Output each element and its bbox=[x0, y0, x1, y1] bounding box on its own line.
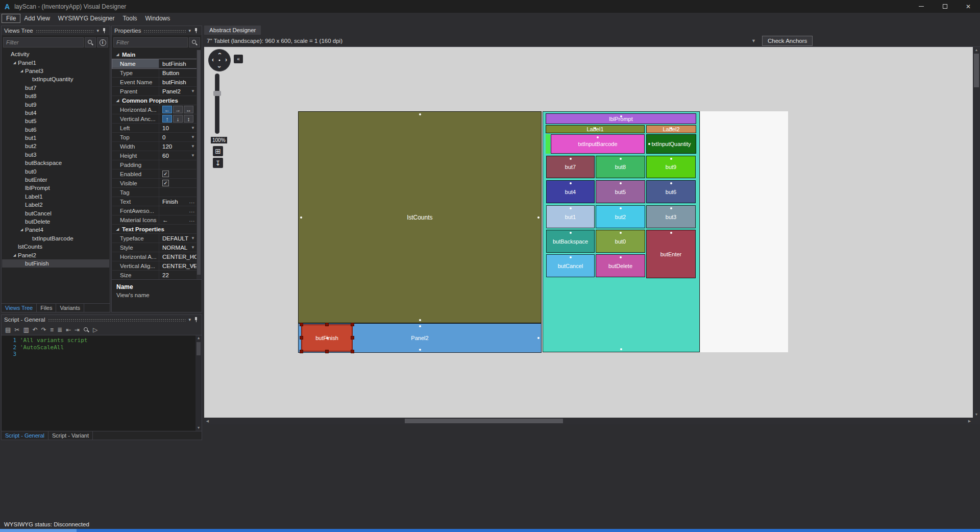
canvas-horizontal-scrollbar[interactable]: ◀ ▶ bbox=[204, 418, 980, 424]
undo-icon[interactable]: ↶ bbox=[33, 327, 38, 333]
tree-item-butEnter[interactable]: butEnter bbox=[2, 176, 109, 184]
design-view-but9[interactable]: but9 bbox=[646, 156, 696, 178]
tree-item-Panel4[interactable]: ◢Panel4 bbox=[2, 226, 109, 234]
prop-label-horizontal-a[interactable]: Horizontal A... bbox=[112, 105, 159, 114]
tree-item-but9[interactable]: but9 bbox=[2, 100, 109, 108]
chevron-down-icon[interactable]: ▼ bbox=[191, 236, 195, 240]
design-view-but6[interactable]: but6 bbox=[646, 180, 696, 203]
pin-icon[interactable] bbox=[102, 28, 107, 34]
views-tab-variants[interactable]: Variants bbox=[56, 304, 84, 312]
design-view-butFinish[interactable]: butFinish bbox=[301, 324, 353, 352]
prop-value-size[interactable]: 22 bbox=[159, 271, 197, 279]
expand-arrow-icon[interactable]: ◢ bbox=[11, 253, 18, 257]
design-view-Label2[interactable]: Label2 bbox=[646, 125, 696, 133]
prop-value-horizontal-a[interactable]: CENTER_HORI▼ bbox=[159, 252, 197, 261]
resize-handle-bl[interactable] bbox=[300, 350, 303, 353]
expand-arrow-icon[interactable]: ◢ bbox=[18, 69, 25, 73]
chevron-down-icon[interactable]: ▼ bbox=[191, 153, 195, 158]
collapse-arrow-icon[interactable]: ◢ bbox=[114, 227, 121, 231]
design-view-txtInputQuantity[interactable]: txtInputQuantity bbox=[646, 134, 696, 154]
script-tab-script-general[interactable]: Script - General bbox=[2, 431, 48, 440]
collapse-arrow-icon[interactable]: ◢ bbox=[114, 99, 121, 103]
indent-icon[interactable]: ⇥ bbox=[75, 327, 80, 333]
scroll-up-icon[interactable]: ▲ bbox=[973, 47, 980, 53]
export-button[interactable]: ↧ bbox=[213, 158, 223, 168]
tree-item-but5[interactable]: but5 bbox=[2, 117, 109, 125]
zoom-slider[interactable] bbox=[215, 74, 219, 134]
props-section-text-properties[interactable]: ◢Text Properties bbox=[112, 225, 197, 234]
scrollbar-handle[interactable] bbox=[405, 419, 563, 423]
resize-handle-l[interactable] bbox=[300, 336, 303, 340]
find-icon[interactable] bbox=[83, 327, 89, 333]
design-view-but1[interactable]: but1 bbox=[546, 205, 595, 228]
paste-icon[interactable]: ▥ bbox=[23, 327, 29, 333]
design-view-Label1[interactable]: Label1 bbox=[546, 125, 645, 133]
drag-grip[interactable] bbox=[48, 318, 186, 322]
prop-value-left[interactable]: 10▼ bbox=[159, 124, 197, 132]
properties-filter-search-button[interactable] bbox=[189, 37, 200, 47]
design-canvas[interactable]: › › ‹ › « 100% ⊞ ↧ lstCountsPanel2lblPro… bbox=[204, 47, 973, 418]
scroll-left-icon[interactable]: ◀ bbox=[204, 418, 211, 424]
tree-item-butFinish[interactable]: butFinish bbox=[2, 259, 109, 268]
collapse-arrow-icon[interactable]: ◢ bbox=[114, 53, 121, 57]
props-section-main[interactable]: ◢Main bbox=[112, 50, 197, 59]
chevron-down-icon[interactable]: ▼ bbox=[191, 126, 195, 130]
drag-grip[interactable] bbox=[143, 29, 186, 33]
editor-scrollbar[interactable]: ▲ ▼ bbox=[195, 335, 202, 431]
prop-value-height[interactable]: 60▼ bbox=[159, 151, 197, 160]
tree-item-Label2[interactable]: Label2 bbox=[2, 201, 109, 209]
checkbox-visible[interactable]: ✓ bbox=[162, 180, 169, 186]
anchor-option-icon[interactable]: ↑ bbox=[162, 115, 172, 123]
design-view-but7[interactable]: but7 bbox=[546, 156, 595, 178]
tree-item-but1[interactable]: but1 bbox=[2, 134, 109, 142]
pane-menu-icon[interactable]: ▾ bbox=[96, 28, 99, 33]
pan-right-icon[interactable]: › bbox=[225, 57, 227, 63]
prop-label-vertical-anc[interactable]: Vertical Anc... bbox=[112, 114, 159, 123]
views-filter-input[interactable] bbox=[3, 37, 84, 47]
close-button[interactable]: ✕ bbox=[957, 0, 980, 13]
tree-item-but8[interactable]: but8 bbox=[2, 92, 109, 100]
chevron-down-icon[interactable]: ▼ bbox=[191, 254, 195, 259]
views-filter-search-button[interactable] bbox=[85, 37, 96, 47]
design-view-barcode-strip[interactable] bbox=[546, 134, 550, 154]
prop-label-material-icons[interactable]: Material Icons bbox=[112, 215, 159, 224]
tree-item-txtInputBarcode[interactable]: txtInputBarcode bbox=[2, 234, 109, 243]
anchor-option-icon[interactable]: ↓ bbox=[173, 115, 183, 123]
pane-menu-icon[interactable]: ▾ bbox=[188, 28, 191, 33]
uncomment-icon[interactable]: ≣ bbox=[57, 327, 62, 333]
scrollbar-handle[interactable] bbox=[974, 54, 979, 87]
tree-item-Activity[interactable]: Activity bbox=[2, 50, 109, 58]
prop-value-padding[interactable] bbox=[159, 160, 197, 169]
pan-control[interactable]: › › ‹ › bbox=[208, 49, 231, 71]
menu-item-wysiwyg-designer[interactable]: WYSIWYG Designer bbox=[54, 14, 119, 22]
prop-label-size[interactable]: Size bbox=[112, 271, 159, 279]
resize-handle-t[interactable] bbox=[325, 323, 329, 326]
design-view-txtInputBarcode[interactable]: txtInputBarcode bbox=[551, 134, 645, 154]
prop-value-top[interactable]: 0▼ bbox=[159, 133, 197, 141]
design-view-but5[interactable]: but5 bbox=[596, 180, 645, 203]
zoom-slider-handle[interactable] bbox=[213, 91, 221, 96]
properties-scrollbar[interactable]: ▼ bbox=[197, 50, 201, 304]
prop-value-text[interactable]: Finish... bbox=[159, 197, 197, 206]
tab-abstract-designer[interactable]: Abstract Designer bbox=[204, 26, 261, 35]
prop-label-width[interactable]: Width bbox=[112, 142, 159, 151]
tree-item-Panel2[interactable]: ◢Panel2 bbox=[2, 251, 109, 259]
prop-label-padding[interactable]: Padding bbox=[112, 160, 159, 169]
chevron-down-icon[interactable]: ▼ bbox=[191, 263, 195, 268]
prop-label-text[interactable]: Text bbox=[112, 197, 159, 206]
pan-down-icon[interactable]: › bbox=[216, 66, 223, 68]
drag-grip[interactable] bbox=[36, 29, 94, 33]
prop-value-visible[interactable]: ✓ bbox=[159, 179, 197, 187]
anchor-option-icon[interactable]: ↔ bbox=[184, 106, 193, 113]
prop-value-horizontal-a[interactable]: ←→↔ bbox=[159, 105, 197, 114]
prop-label-vertical-alig[interactable]: Vertical Alig... bbox=[112, 261, 159, 270]
tree-item-butCancel[interactable]: butCancel bbox=[2, 209, 109, 217]
prop-value-material-icons[interactable]: ←... bbox=[159, 215, 197, 224]
chevron-down-icon[interactable]: ▼ bbox=[191, 245, 195, 250]
prop-value-style[interactable]: NORMAL▼ bbox=[159, 243, 197, 252]
prop-label-top[interactable]: Top bbox=[112, 133, 159, 141]
variant-selector[interactable]: 7'' Tablet (landscape): 960 x 600, scale… bbox=[207, 36, 758, 46]
prop-value-event-name[interactable]: butFinish bbox=[159, 78, 197, 86]
menu-item-add-view[interactable]: Add View bbox=[20, 14, 54, 22]
design-view-butBackspace[interactable]: butBackspace bbox=[546, 230, 595, 253]
